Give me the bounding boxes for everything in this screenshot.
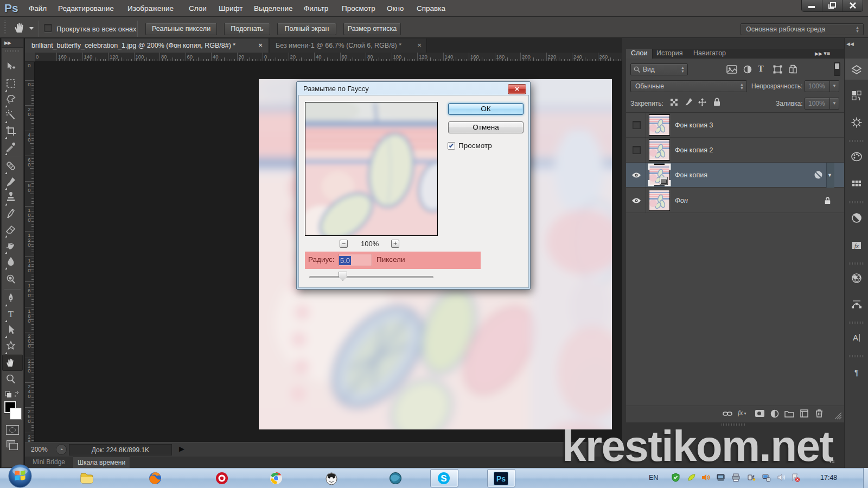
svg-text:¶: ¶ [854,368,858,377]
svg-text:A: A [852,333,858,342]
svg-text:S: S [441,473,446,484]
svg-text:fx: fx [854,242,859,249]
svg-text:T: T [8,309,14,319]
